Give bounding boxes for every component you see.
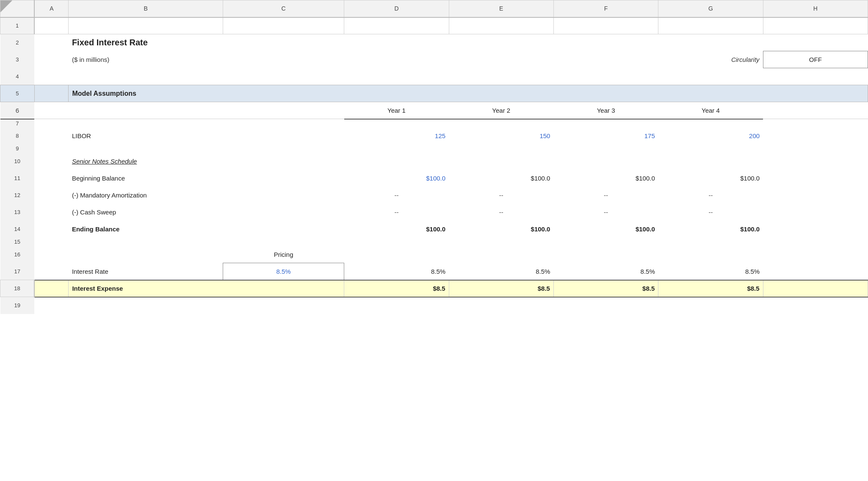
r7-c [223,119,344,128]
r1-g [658,17,763,34]
r19-c [223,297,344,314]
r16-g [658,246,763,263]
row-13: 13 (-) Cash Sweep -- -- -- -- [0,204,868,221]
rownum-17: 17 [0,263,35,280]
rownum-10: 10 [0,153,35,170]
mandatory-amort-label: (-) Mandatory Amortization [69,187,344,204]
col-header-a: A [34,0,69,17]
row-1: 1 [0,17,868,34]
r4-d [344,68,449,85]
r9-h [763,145,868,153]
r19-e [449,297,553,314]
begin-balance-y1: $100.0 [344,170,449,187]
dollar-millions-label: ($ in millions) [69,51,344,68]
r10-a [34,153,69,170]
ending-balance-y3: $100.0 [553,221,658,238]
rownum-6: 6 [0,102,35,119]
col-header-g: G [658,0,763,17]
year3-header: Year 3 [553,102,658,119]
ending-balance-y4: $100.0 [658,221,763,238]
row-18: 18 Interest Expense $8.5 $8.5 $8.5 $8.5 [0,280,868,297]
corner-cell [0,0,35,17]
interest-expense-y4: $8.5 [658,280,763,297]
r7-g [658,119,763,128]
cash-sweep-y1: -- [344,204,449,221]
row-10: 10 Senior Notes Schedule [0,153,868,170]
rownum-3: 3 [0,51,35,68]
rownum-5: 5 [0,85,35,102]
col-header-b: B [69,0,223,17]
interest-rate-label: Interest Rate [69,263,223,280]
r19-b [69,297,223,314]
interest-rate-y3: 8.5% [553,263,658,280]
r15-h [763,238,868,246]
r15-b [69,238,223,246]
rownum-2: 2 [0,34,35,51]
fixed-interest-rate-label: Fixed Interest Rate [69,34,449,51]
r11-a [34,170,69,187]
rownum-8: 8 [0,128,35,145]
r12-a [34,187,69,204]
r7-d [344,119,449,128]
r3-e [449,51,553,68]
interest-rate-y1: 8.5% [344,263,449,280]
libor-y4: 200 [658,128,763,145]
r16-a [34,246,69,263]
cash-sweep-y3: -- [553,204,658,221]
row-19: 19 [0,297,868,314]
r1-a [34,17,69,34]
r9-d [344,145,449,153]
r2-g [658,34,763,51]
r2-f [553,34,658,51]
spreadsheet: A B C D E F G H 1 [0,0,868,481]
ending-balance-y1: $100.0 [344,221,449,238]
r5-a [34,85,69,102]
r4-e [449,68,553,85]
r16-f [553,246,658,263]
r9-e [449,145,553,153]
row-17: 17 Interest Rate 8.5% 8.5% 8.5% 8.5% 8.5… [0,263,868,280]
mandatory-amort-y4: -- [658,187,763,204]
r17-a [34,263,69,280]
r9-f [553,145,658,153]
r16-b [69,246,223,263]
cash-sweep-y4: -- [658,204,763,221]
r9-a [34,145,69,153]
r15-e [449,238,553,246]
row-4: 4 [0,68,868,85]
r19-g [658,297,763,314]
r4-b [69,68,223,85]
r15-a [34,238,69,246]
row-2: 2 Fixed Interest Rate [0,34,868,51]
r13-h [763,204,868,221]
circularity-label: Circularity [658,51,763,68]
r15-f [553,238,658,246]
col-header-d: D [344,0,449,17]
rownum-9: 9 [0,145,35,153]
r10-h [763,153,868,170]
r6-b [69,102,223,119]
col-header-f: F [553,0,658,17]
r8-a [34,128,69,145]
row-6: 6 Year 1 Year 2 Year 3 Year 4 [0,102,868,119]
r7-f [553,119,658,128]
interest-expense-y2: $8.5 [449,280,553,297]
r9-b [69,145,223,153]
r18-h [763,280,868,297]
rownum-14: 14 [0,221,35,238]
libor-y2: 150 [449,128,553,145]
r16-h [763,246,868,263]
interest-rate-input[interactable]: 8.5% [223,263,344,280]
r15-d [344,238,449,246]
circularity-toggle[interactable]: OFF [763,51,868,68]
mandatory-amort-y1: -- [344,187,449,204]
year4-header: Year 4 [658,102,763,119]
model-assumptions-label: Model Assumptions [69,85,868,102]
column-header-row: A B C D E F G H [0,0,868,17]
rownum-4: 4 [0,68,35,85]
r1-d [344,17,449,34]
r10-g [658,153,763,170]
libor-y1: 125 [344,128,449,145]
mandatory-amort-y3: -- [553,187,658,204]
r11-h [763,170,868,187]
